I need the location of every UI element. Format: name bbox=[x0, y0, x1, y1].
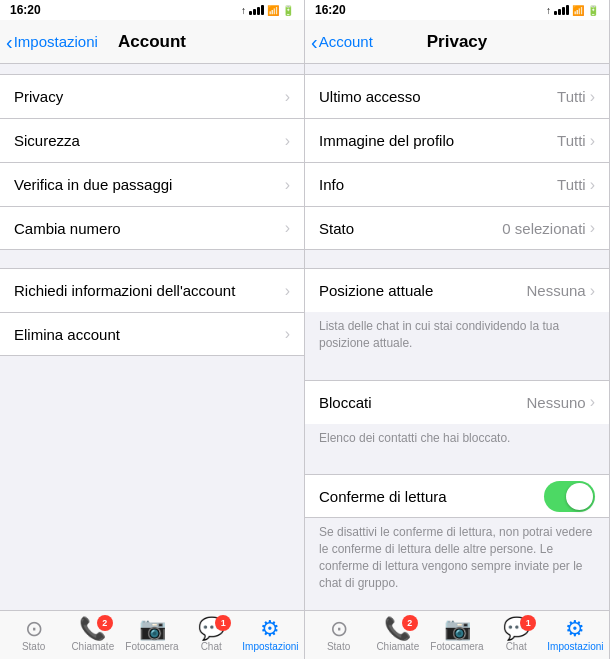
list-item-cambia[interactable]: Cambia numero › bbox=[0, 206, 304, 250]
conferme-toggle[interactable] bbox=[544, 481, 595, 512]
left-section-2: Richiedi informazioni dell'account › Eli… bbox=[0, 268, 304, 356]
left-tab-chat[interactable]: 1 💬 Chat bbox=[182, 611, 241, 659]
right-tab-fotocamera[interactable]: 📷 Fotocamera bbox=[427, 611, 486, 659]
right-section-conferme: Conferme di lettura Se disattivi le conf… bbox=[305, 474, 609, 601]
conferme-label: Conferme di lettura bbox=[319, 488, 544, 505]
posizione-chevron: › bbox=[590, 282, 595, 300]
left-tab-stato[interactable]: ⊙ Stato bbox=[4, 611, 63, 659]
info-value: Tutti bbox=[557, 176, 586, 193]
richiedi-label: Richiedi informazioni dell'account bbox=[14, 282, 285, 299]
posizione-value: Nessuna bbox=[526, 282, 585, 299]
right-back-button[interactable]: ‹ Account bbox=[311, 32, 373, 52]
bloccati-value: Nessuno bbox=[526, 394, 585, 411]
left-chat-label: Chat bbox=[201, 641, 222, 652]
left-panel: 16:20 ↑ 📶 🔋 ‹ Impostazioni Account Priva… bbox=[0, 0, 305, 659]
left-nav-bar: ‹ Impostazioni Account bbox=[0, 20, 304, 64]
info-chevron: › bbox=[590, 176, 595, 194]
right-impostazioni-icon: ⚙ bbox=[565, 618, 585, 640]
left-content: Privacy › Sicurezza › Verifica in due pa… bbox=[0, 64, 304, 610]
left-back-label: Impostazioni bbox=[14, 33, 98, 50]
left-arrow-icon: ↑ bbox=[241, 5, 246, 16]
right-section-bloccati: Bloccati Nessuno › Elenco dei contatti c… bbox=[305, 380, 609, 457]
left-back-chevron: ‹ bbox=[6, 32, 13, 52]
conferme-row: Conferme di lettura bbox=[305, 474, 609, 518]
list-item-verifica[interactable]: Verifica in due passaggi › bbox=[0, 162, 304, 206]
elimina-label: Elimina account bbox=[14, 326, 285, 343]
right-battery-icon: 🔋 bbox=[587, 5, 599, 16]
left-stato-icon: ⊙ bbox=[25, 618, 43, 640]
left-chiamate-badge: 2 bbox=[97, 615, 113, 631]
right-section-posizione: Posizione attuale Nessuna › Lista delle … bbox=[305, 268, 609, 362]
list-item-posizione[interactable]: Posizione attuale Nessuna › bbox=[305, 268, 609, 312]
left-tab-bar: ⊙ Stato 2 📞 Chiamate 📷 Fotocamera 1 💬 Ch… bbox=[0, 610, 304, 659]
right-time: 16:20 bbox=[315, 3, 346, 17]
stato-chevron: › bbox=[590, 219, 595, 237]
bloccati-label: Bloccati bbox=[319, 394, 526, 411]
sicurezza-chevron: › bbox=[285, 132, 290, 150]
right-tab-impostazioni[interactable]: ⚙ Impostazioni bbox=[546, 611, 605, 659]
verifica-label: Verifica in due passaggi bbox=[14, 176, 285, 193]
list-item-ultimo[interactable]: Ultimo accesso Tutti › bbox=[305, 74, 609, 118]
cambia-chevron: › bbox=[285, 219, 290, 237]
posizione-info: Lista delle chat in cui stai condividend… bbox=[305, 312, 609, 362]
right-chat-badge: 1 bbox=[520, 615, 536, 631]
list-item-info[interactable]: Info Tutti › bbox=[305, 162, 609, 206]
ultimo-value: Tutti bbox=[557, 88, 586, 105]
right-status-icons: ↑ 📶 🔋 bbox=[546, 5, 599, 16]
left-signal-icon bbox=[249, 5, 264, 15]
right-fotocamera-icon: 📷 bbox=[444, 618, 471, 640]
left-section-1: Privacy › Sicurezza › Verifica in due pa… bbox=[0, 74, 304, 250]
list-item-elimina[interactable]: Elimina account › bbox=[0, 312, 304, 356]
bloccati-info: Elenco dei contatti che hai bloccato. bbox=[305, 424, 609, 457]
list-item-richiedi[interactable]: Richiedi informazioni dell'account › bbox=[0, 268, 304, 312]
left-back-button[interactable]: ‹ Impostazioni bbox=[6, 32, 98, 52]
left-time: 16:20 bbox=[10, 3, 41, 17]
right-back-label: Account bbox=[319, 33, 373, 50]
cambia-label: Cambia numero bbox=[14, 220, 285, 237]
right-impostazioni-label: Impostazioni bbox=[547, 641, 603, 652]
right-fotocamera-label: Fotocamera bbox=[430, 641, 483, 652]
list-item-stato[interactable]: Stato 0 selezionati › bbox=[305, 206, 609, 250]
richiedi-chevron: › bbox=[285, 282, 290, 300]
posizione-label: Posizione attuale bbox=[319, 282, 526, 299]
left-status-bar: 16:20 ↑ 📶 🔋 bbox=[0, 0, 304, 20]
ultimo-chevron: › bbox=[590, 88, 595, 106]
left-impostazioni-icon: ⚙ bbox=[260, 618, 280, 640]
immagine-value: Tutti bbox=[557, 132, 586, 149]
ultimo-label: Ultimo accesso bbox=[319, 88, 557, 105]
right-tab-chiamate[interactable]: 2 📞 Chiamate bbox=[368, 611, 427, 659]
left-chat-badge: 1 bbox=[215, 615, 231, 631]
left-stato-label: Stato bbox=[22, 641, 45, 652]
list-item-privacy[interactable]: Privacy › bbox=[0, 74, 304, 118]
right-arrow-icon: ↑ bbox=[546, 5, 551, 16]
privacy-label: Privacy bbox=[14, 88, 285, 105]
left-chiamate-label: Chiamate bbox=[71, 641, 114, 652]
right-nav-title: Privacy bbox=[427, 32, 488, 52]
left-impostazioni-label: Impostazioni bbox=[242, 641, 298, 652]
left-wifi-icon: 📶 bbox=[267, 5, 279, 16]
right-section-1: Ultimo accesso Tutti › Immagine del prof… bbox=[305, 74, 609, 250]
right-chat-label: Chat bbox=[506, 641, 527, 652]
right-tab-bar: ⊙ Stato 2 📞 Chiamate 📷 Fotocamera 1 💬 Ch… bbox=[305, 610, 609, 659]
left-tab-chiamate[interactable]: 2 📞 Chiamate bbox=[63, 611, 122, 659]
left-tab-fotocamera[interactable]: 📷 Fotocamera bbox=[122, 611, 181, 659]
verifica-chevron: › bbox=[285, 176, 290, 194]
left-battery-icon: 🔋 bbox=[282, 5, 294, 16]
left-fotocamera-label: Fotocamera bbox=[125, 641, 178, 652]
right-wifi-icon: 📶 bbox=[572, 5, 584, 16]
right-stato-label: Stato bbox=[327, 641, 350, 652]
left-nav-title: Account bbox=[118, 32, 186, 52]
elimina-chevron: › bbox=[285, 325, 290, 343]
right-tab-stato[interactable]: ⊙ Stato bbox=[309, 611, 368, 659]
list-item-immagine[interactable]: Immagine del profilo Tutti › bbox=[305, 118, 609, 162]
stato-label: Stato bbox=[319, 220, 502, 237]
list-item-sicurezza[interactable]: Sicurezza › bbox=[0, 118, 304, 162]
conferme-info: Se disattivi le conferme di lettura, non… bbox=[305, 518, 609, 601]
privacy-chevron: › bbox=[285, 88, 290, 106]
right-tab-chat[interactable]: 1 💬 Chat bbox=[487, 611, 546, 659]
list-item-bloccati[interactable]: Bloccati Nessuno › bbox=[305, 380, 609, 424]
stato-value: 0 selezionati bbox=[502, 220, 585, 237]
right-signal-icon bbox=[554, 5, 569, 15]
right-stato-icon: ⊙ bbox=[330, 618, 348, 640]
left-tab-impostazioni[interactable]: ⚙ Impostazioni bbox=[241, 611, 300, 659]
